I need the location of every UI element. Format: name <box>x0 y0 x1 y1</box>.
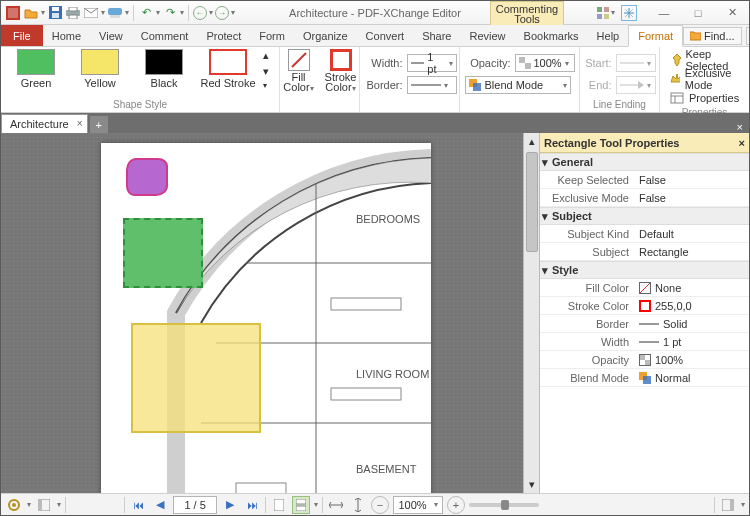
prop-subject-kind[interactable]: Default <box>635 225 749 242</box>
prop-width[interactable]: 1 pt <box>635 333 749 350</box>
menu-view[interactable]: View <box>90 25 132 46</box>
save-icon[interactable] <box>47 5 63 21</box>
exclusive-mode-toggle[interactable]: Exclusive Mode <box>666 70 743 88</box>
scroll-thumb[interactable] <box>526 152 538 252</box>
stroke-swatch-icon <box>639 300 651 312</box>
menu-form[interactable]: Form <box>250 25 294 46</box>
panels-right-icon[interactable] <box>719 496 737 514</box>
zoom-slider[interactable] <box>469 503 539 507</box>
prop-blend[interactable]: Normal <box>635 369 749 386</box>
scroll-up-icon[interactable]: ▴ <box>529 135 535 148</box>
zoom-out-icon[interactable]: − <box>371 496 389 514</box>
window-controls: — □ ✕ <box>647 2 749 24</box>
properties-icon <box>670 91 684 105</box>
mail-icon[interactable] <box>83 5 99 21</box>
prop-subject[interactable]: Rectangle <box>635 243 749 260</box>
close-button[interactable]: ✕ <box>715 2 749 24</box>
stroke-color-button[interactable]: Stroke Color▾ <box>323 49 359 94</box>
scroll-up-icon[interactable]: ▴ <box>263 49 273 62</box>
border-combo[interactable]: ▾ <box>407 76 457 94</box>
menu-bookmarks[interactable]: Bookmarks <box>515 25 588 46</box>
close-tab-icon[interactable]: × <box>77 118 83 129</box>
expand-icon[interactable]: ▾ <box>263 81 273 90</box>
dropdown-caret-icon[interactable]: ▾ <box>156 8 160 17</box>
open-icon[interactable] <box>23 5 39 21</box>
menu-home[interactable]: Home <box>43 25 90 46</box>
annot-green-rect[interactable] <box>123 218 203 288</box>
menu-share[interactable]: Share <box>413 25 460 46</box>
prop-exclusive[interactable]: False <box>635 189 749 206</box>
properties-button[interactable]: Properties <box>666 89 743 107</box>
dropdown-caret-icon[interactable]: ▾ <box>209 8 213 17</box>
doc-tab-architecture[interactable]: Architecture× <box>1 114 88 133</box>
cat-subject[interactable]: ▾Subject <box>540 207 749 225</box>
menu-protect[interactable]: Protect <box>197 25 250 46</box>
prop-keep-selected[interactable]: False <box>635 171 749 188</box>
panels-icon[interactable] <box>35 496 53 514</box>
zoom-in-icon[interactable]: + <box>447 496 465 514</box>
style-red-stroke[interactable]: Red Stroke <box>199 49 257 89</box>
zoom-field[interactable]: 100%▾ <box>393 496 443 514</box>
dropdown-caret-icon[interactable]: ▾ <box>125 8 129 17</box>
scan-icon[interactable] <box>107 5 123 21</box>
style-black[interactable]: Black <box>135 49 193 89</box>
layout-cont-icon[interactable] <box>292 496 310 514</box>
last-page-icon[interactable]: ⏭ <box>243 496 261 514</box>
opacity-combo[interactable]: 100%▾ <box>515 54 575 72</box>
cat-general[interactable]: ▾General <box>540 153 749 171</box>
tabs-close-icon[interactable]: × <box>731 121 749 133</box>
svg-rect-32 <box>331 298 401 310</box>
undo-icon[interactable]: ↶ <box>138 5 154 21</box>
search-button[interactable]: Search... <box>746 27 750 45</box>
menu-organize[interactable]: Organize <box>294 25 357 46</box>
ui-options-icon[interactable]: ▾ <box>596 6 615 20</box>
scroll-down-icon[interactable]: ▾ <box>529 478 535 491</box>
redo-icon[interactable]: ↷ <box>162 5 178 21</box>
prop-opacity[interactable]: 100% <box>635 351 749 368</box>
close-panel-icon[interactable]: × <box>739 137 745 149</box>
page-field[interactable]: 1 / 5 <box>173 496 217 514</box>
menu-review[interactable]: Review <box>460 25 514 46</box>
document-canvas[interactable]: BEDROOMS LIVING ROOM BASEMENT ▴ ▾ <box>1 133 539 493</box>
style-green[interactable]: Green <box>7 49 65 89</box>
dropdown-caret-icon[interactable]: ▾ <box>231 8 235 17</box>
new-tab-button[interactable]: + <box>90 116 108 133</box>
dropdown-caret-icon[interactable]: ▾ <box>180 8 184 17</box>
print-icon[interactable] <box>65 5 81 21</box>
prop-fill[interactable]: None <box>635 279 749 296</box>
menu-comment[interactable]: Comment <box>132 25 198 46</box>
dropdown-caret-icon[interactable]: ▾ <box>101 8 105 17</box>
fill-color-button[interactable]: Fill Color▾ <box>281 49 317 94</box>
options-icon[interactable] <box>5 496 23 514</box>
prop-stroke[interactable]: 255,0,0 <box>635 297 749 314</box>
fit-width-icon[interactable] <box>327 496 345 514</box>
prop-border[interactable]: Solid <box>635 315 749 332</box>
first-page-icon[interactable]: ⏮ <box>129 496 147 514</box>
menu-convert[interactable]: Convert <box>357 25 414 46</box>
minimize-button[interactable]: — <box>647 2 681 24</box>
blend-mode-button[interactable]: Blend Mode▾ <box>465 76 571 94</box>
prev-page-icon[interactable]: ◀ <box>151 496 169 514</box>
maximize-button[interactable]: □ <box>681 2 715 24</box>
cat-style[interactable]: ▾Style <box>540 261 749 279</box>
fit-page-icon[interactable] <box>349 496 367 514</box>
annot-yellow-rect[interactable] <box>131 323 261 433</box>
checker-icon <box>639 354 651 366</box>
nav-back-icon[interactable]: ← <box>193 6 207 20</box>
menu-format[interactable]: Format <box>628 25 683 47</box>
zoom-handle[interactable] <box>501 500 509 510</box>
layout-single-icon[interactable] <box>270 496 288 514</box>
next-page-icon[interactable]: ▶ <box>221 496 239 514</box>
find-button[interactable]: Find... <box>683 27 742 45</box>
launch-icon[interactable] <box>621 5 637 21</box>
vertical-scrollbar[interactable]: ▴ ▾ <box>523 133 539 493</box>
style-yellow[interactable]: Yellow <box>71 49 129 89</box>
dropdown-caret-icon[interactable]: ▾ <box>41 8 45 17</box>
width-combo[interactable]: 1 pt▾ <box>407 54 457 72</box>
menu-help[interactable]: Help <box>588 25 629 46</box>
scroll-down-icon[interactable]: ▾ <box>263 65 273 78</box>
annot-cloud[interactable] <box>126 158 168 196</box>
svg-rect-7 <box>69 15 77 19</box>
nav-fwd-icon[interactable]: → <box>215 6 229 20</box>
file-tab[interactable]: File <box>1 25 43 46</box>
